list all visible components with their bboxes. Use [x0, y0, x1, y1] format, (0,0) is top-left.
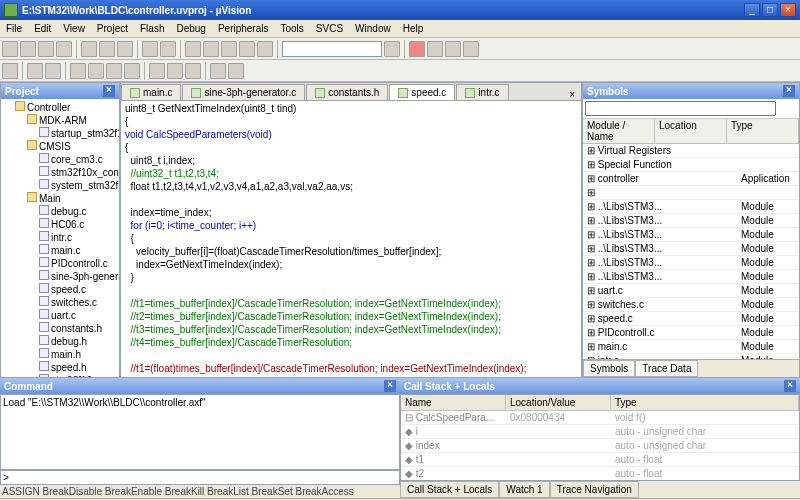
command-output[interactable]: Load "E:\\STM32\\Work\\BLDC\\controller.…: [0, 394, 400, 470]
bookmark-next-icon[interactable]: [239, 41, 255, 57]
menu-project[interactable]: Project: [91, 21, 134, 36]
tab-trace-data[interactable]: Trace Data: [635, 360, 698, 377]
menu-flash[interactable]: Flash: [134, 21, 170, 36]
tab-constants-h[interactable]: constants.h: [306, 84, 388, 100]
tree-file[interactable]: uart.c: [39, 309, 117, 322]
step-out-icon[interactable]: [106, 63, 122, 79]
tree-file[interactable]: stm32f10x_conf.h: [39, 166, 117, 179]
symbol-row[interactable]: ⊞ controllerApplication: [583, 172, 799, 186]
tree-file[interactable]: constants.h: [39, 322, 117, 335]
code-area[interactable]: uint8_t GetNextTimeIndex(uint8_t tind) {…: [121, 101, 581, 377]
saveall-icon[interactable]: [56, 41, 72, 57]
step-over-icon[interactable]: [88, 63, 104, 79]
symbol-row[interactable]: ⊞ uart.cModule: [583, 284, 799, 298]
symbol-row[interactable]: ⊞ ..\Libs\STM3...Module: [583, 270, 799, 284]
indent-icon[interactable]: [185, 41, 201, 57]
tab-symbols[interactable]: Symbols: [583, 360, 635, 377]
menu-window[interactable]: Window: [349, 21, 397, 36]
tree-file[interactable]: HC06.c: [39, 218, 117, 231]
tree-file[interactable]: switches.c: [39, 296, 117, 309]
tree-file[interactable]: core_cm3.c: [39, 153, 117, 166]
copy-icon[interactable]: [99, 41, 115, 57]
run-icon[interactable]: [27, 63, 43, 79]
paste-icon[interactable]: [117, 41, 133, 57]
menu-help[interactable]: Help: [397, 21, 430, 36]
debug-icon[interactable]: [409, 41, 425, 57]
tree-file[interactable]: debug.c: [39, 205, 117, 218]
step-into-icon[interactable]: [70, 63, 86, 79]
local-row[interactable]: ◆ iauto - unsigned char: [401, 425, 799, 439]
find-combo[interactable]: [282, 41, 382, 57]
command-close-icon[interactable]: ×: [384, 380, 396, 392]
symbols-filter[interactable]: [585, 101, 776, 116]
menu-edit[interactable]: Edit: [28, 21, 57, 36]
tree-file[interactable]: intr.c: [39, 231, 117, 244]
symbol-row[interactable]: ⊞ switches.cModule: [583, 298, 799, 312]
run-to-cursor-icon[interactable]: [124, 63, 140, 79]
symbol-row[interactable]: ⊞ ..\Libs\STM3...Module: [583, 200, 799, 214]
symbols-list[interactable]: ⊞ Virtual Registers⊞ Special Function Re…: [583, 144, 799, 359]
menu-peripherals[interactable]: Peripherals: [212, 21, 275, 36]
local-row[interactable]: ⊟ CalcSpeedPara...0x08000434void f(): [401, 411, 799, 425]
symbol-row[interactable]: ⊞ speed.cModule: [583, 312, 799, 326]
open-icon[interactable]: [20, 41, 36, 57]
cut-icon[interactable]: [81, 41, 97, 57]
new-icon[interactable]: [2, 41, 18, 57]
tab-intr-c[interactable]: intr.c: [456, 84, 508, 100]
undo-icon[interactable]: [142, 41, 158, 57]
menu-view[interactable]: View: [57, 21, 91, 36]
config-icon[interactable]: [463, 41, 479, 57]
tab-speed-c[interactable]: speed.c: [389, 84, 455, 100]
tab-sine-3ph-generator-c[interactable]: sine-3ph-generator.c: [182, 84, 305, 100]
tree-file[interactable]: startup_stm32f10x_md: [39, 127, 117, 140]
tab-callstack[interactable]: Call Stack + Locals: [400, 481, 499, 498]
project-tree[interactable]: ControllerMDK-ARMstartup_stm32f10x_mdCMS…: [1, 99, 119, 377]
menu-svcs[interactable]: SVCS: [310, 21, 349, 36]
project-close-icon[interactable]: ×: [103, 85, 115, 97]
menu-debug[interactable]: Debug: [170, 21, 211, 36]
symbols-close-icon[interactable]: ×: [783, 85, 795, 97]
tree-file[interactable]: stm32f10x_conf.h: [39, 374, 117, 377]
tree-file[interactable]: debug.h: [39, 335, 117, 348]
find-icon[interactable]: [384, 41, 400, 57]
tree-file[interactable]: speed.h: [39, 361, 117, 374]
symbol-row[interactable]: ⊞ ..\Libs\STM3...Module: [583, 214, 799, 228]
coverage-icon[interactable]: [228, 63, 244, 79]
symbol-row[interactable]: ⊞ main.cModule: [583, 340, 799, 354]
step-icon[interactable]: [445, 41, 461, 57]
symbol-row[interactable]: ⊞ PIDcontroll.cModule: [583, 326, 799, 340]
tree-file[interactable]: PIDcontroll.c: [39, 257, 117, 270]
window-icon[interactable]: [149, 63, 165, 79]
local-row[interactable]: ◆ t1auto - float: [401, 453, 799, 467]
save-icon[interactable]: [38, 41, 54, 57]
tree-file[interactable]: sine-3ph-generator.c: [39, 270, 117, 283]
tree-file[interactable]: system_stm32f10x.c: [39, 179, 117, 192]
symbol-row[interactable]: ⊞: [583, 186, 799, 200]
symbol-row[interactable]: ⊞ ..\Libs\STM3...Module: [583, 256, 799, 270]
tab-watch1[interactable]: Watch 1: [499, 481, 549, 498]
symbol-row[interactable]: ⊞ ..\Libs\STM3...Module: [583, 242, 799, 256]
minimize-button[interactable]: _: [744, 3, 760, 17]
bookmark-prev-icon[interactable]: [257, 41, 273, 57]
redo-icon[interactable]: [160, 41, 176, 57]
maximize-button[interactable]: □: [762, 3, 778, 17]
symbol-row[interactable]: ⊞ ..\Libs\STM3...Module: [583, 228, 799, 242]
tree-file[interactable]: main.c: [39, 244, 117, 257]
reset-icon[interactable]: [2, 63, 18, 79]
locals-list[interactable]: ⊟ CalcSpeedPara...0x08000434void f() ◆ i…: [401, 411, 799, 481]
tree-file[interactable]: speed.c: [39, 283, 117, 296]
command-input[interactable]: [11, 471, 399, 484]
tab-close-icon[interactable]: ×: [563, 89, 581, 100]
outdent-icon[interactable]: [203, 41, 219, 57]
tab-main-c[interactable]: main.c: [121, 84, 181, 100]
tab-trace-nav[interactable]: Trace Navigation: [550, 481, 639, 498]
bookmark-icon[interactable]: [221, 41, 237, 57]
trace-icon[interactable]: [210, 63, 226, 79]
analyzer-icon[interactable]: [185, 63, 201, 79]
symbol-row[interactable]: ⊞ Virtual Registers: [583, 144, 799, 158]
locals-close-icon[interactable]: ×: [784, 380, 796, 392]
memory-icon[interactable]: [167, 63, 183, 79]
menu-file[interactable]: File: [0, 21, 28, 36]
close-button[interactable]: ×: [780, 3, 796, 17]
menu-tools[interactable]: Tools: [275, 21, 310, 36]
